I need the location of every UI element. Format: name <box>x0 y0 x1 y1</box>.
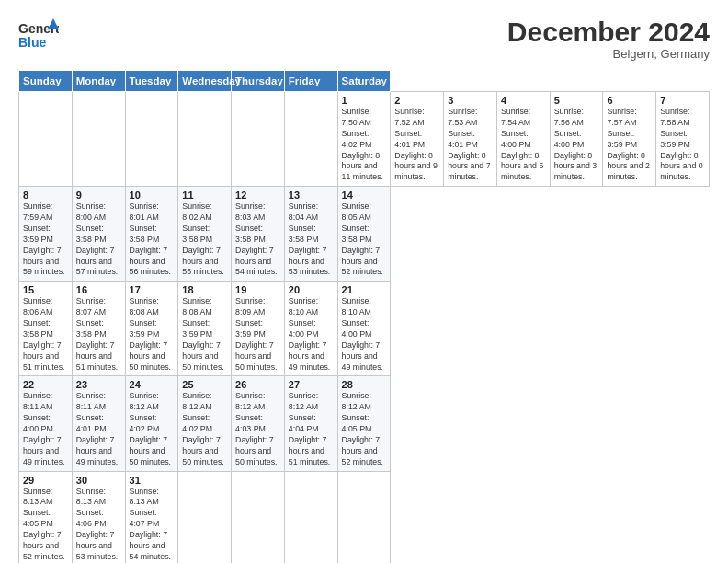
cell-info: Sunrise: 8:09 AMSunset: 3:59 PMDaylight:… <box>235 296 280 373</box>
calendar-cell: 2 Sunrise: 7:52 AMSunset: 4:01 PMDayligh… <box>391 92 444 187</box>
cell-info: Sunrise: 7:56 AMSunset: 4:00 PMDaylight:… <box>554 107 599 183</box>
cell-info: Sunrise: 8:10 AMSunset: 4:00 PMDaylight:… <box>342 296 387 373</box>
calendar-cell: 27 Sunrise: 8:12 AMSunset: 4:04 PMDaylig… <box>284 376 337 471</box>
day-number: 18 <box>182 284 227 295</box>
cell-info: Sunrise: 8:02 AMSunset: 3:58 PMDaylight:… <box>182 201 227 278</box>
cell-info: Sunrise: 8:05 AMSunset: 3:58 PMDaylight:… <box>342 201 387 278</box>
day-number: 13 <box>289 190 334 201</box>
calendar-cell: 23 Sunrise: 8:11 AMSunset: 4:01 PMDaylig… <box>72 376 125 471</box>
cell-info: Sunrise: 8:13 AMSunset: 4:06 PMDaylight:… <box>76 487 121 563</box>
cell-info: Sunrise: 8:12 AMSunset: 4:05 PMDaylight:… <box>342 391 387 467</box>
cell-info: Sunrise: 8:11 AMSunset: 4:01 PMDaylight:… <box>76 391 121 467</box>
header: General Blue December 2024 Belgern, Germ… <box>18 17 710 61</box>
calendar-cell: 25 Sunrise: 8:12 AMSunset: 4:02 PMDaylig… <box>178 376 232 471</box>
day-number: 11 <box>182 190 227 201</box>
calendar-cell <box>19 92 73 187</box>
cell-info: Sunrise: 8:12 AMSunset: 4:03 PMDaylight:… <box>235 391 280 467</box>
day-number: 24 <box>130 379 175 390</box>
calendar-cell <box>178 471 232 563</box>
calendar-cell <box>232 471 285 563</box>
day-number: 14 <box>342 190 387 201</box>
calendar-cell: 18 Sunrise: 8:08 AMSunset: 3:59 PMDaylig… <box>178 282 232 376</box>
day-number: 8 <box>23 190 68 201</box>
calendar-cell: 8 Sunrise: 7:59 AMSunset: 3:59 PMDayligh… <box>19 187 73 282</box>
header-tuesday: Tuesday <box>125 71 178 92</box>
day-number: 30 <box>76 475 121 486</box>
header-friday: Friday <box>284 71 337 92</box>
subtitle: Belgern, Germany <box>507 47 710 61</box>
day-number: 1 <box>342 95 387 106</box>
cell-info: Sunrise: 7:59 AMSunset: 3:59 PMDaylight:… <box>23 201 68 278</box>
calendar-cell: 9 Sunrise: 8:00 AMSunset: 3:58 PMDayligh… <box>72 187 125 282</box>
calendar-cell: 24 Sunrise: 8:12 AMSunset: 4:02 PMDaylig… <box>125 376 178 471</box>
header-thursday: Thursday <box>232 71 285 92</box>
cell-info: Sunrise: 8:11 AMSunset: 4:00 PMDaylight:… <box>23 391 68 467</box>
day-number: 15 <box>23 284 68 295</box>
header-wednesday: Wednesday <box>178 71 232 92</box>
calendar-cell <box>337 471 391 563</box>
day-number: 19 <box>235 284 280 295</box>
day-number: 23 <box>76 379 121 390</box>
day-number: 27 <box>289 379 334 390</box>
calendar-cell: 21 Sunrise: 8:10 AMSunset: 4:00 PMDaylig… <box>337 282 391 376</box>
cell-info: Sunrise: 8:08 AMSunset: 3:59 PMDaylight:… <box>130 296 175 373</box>
logo: General Blue <box>18 17 59 57</box>
cell-info: Sunrise: 8:12 AMSunset: 4:02 PMDaylight:… <box>130 391 175 467</box>
day-number: 5 <box>554 95 599 106</box>
day-number: 6 <box>607 95 652 106</box>
calendar-cell: 12 Sunrise: 8:03 AMSunset: 3:58 PMDaylig… <box>232 187 285 282</box>
day-number: 16 <box>76 284 121 295</box>
calendar-table: Sunday Monday Tuesday Wednesday Thursday… <box>18 70 710 563</box>
cell-info: Sunrise: 7:50 AMSunset: 4:02 PMDaylight:… <box>342 107 387 183</box>
day-number: 4 <box>501 95 546 106</box>
calendar-cell: 31 Sunrise: 8:13 AMSunset: 4:07 PMDaylig… <box>125 471 178 563</box>
calendar-cell: 14 Sunrise: 8:05 AMSunset: 3:58 PMDaylig… <box>337 187 391 282</box>
cell-info: Sunrise: 7:54 AMSunset: 4:00 PMDaylight:… <box>501 107 546 183</box>
day-number: 3 <box>448 95 493 106</box>
title-block: December 2024 Belgern, Germany <box>507 17 710 61</box>
day-number: 21 <box>342 284 387 295</box>
cell-info: Sunrise: 8:13 AMSunset: 4:05 PMDaylight:… <box>23 487 68 563</box>
day-number: 28 <box>342 379 387 390</box>
svg-text:Blue: Blue <box>18 35 47 50</box>
day-number: 17 <box>130 284 175 295</box>
cell-info: Sunrise: 8:10 AMSunset: 4:00 PMDaylight:… <box>289 296 334 373</box>
cell-info: Sunrise: 8:06 AMSunset: 3:58 PMDaylight:… <box>23 296 68 373</box>
header-sunday: Sunday <box>19 71 73 92</box>
cell-info: Sunrise: 8:03 AMSunset: 3:58 PMDaylight:… <box>235 201 280 278</box>
calendar-week-4: 29 Sunrise: 8:13 AMSunset: 4:05 PMDaylig… <box>19 471 710 563</box>
calendar-week-1: 8 Sunrise: 7:59 AMSunset: 3:59 PMDayligh… <box>19 187 710 282</box>
cell-info: Sunrise: 7:57 AMSunset: 3:59 PMDaylight:… <box>607 107 652 183</box>
calendar-cell: 22 Sunrise: 8:11 AMSunset: 4:00 PMDaylig… <box>19 376 73 471</box>
calendar-cell: 28 Sunrise: 8:12 AMSunset: 4:05 PMDaylig… <box>337 376 391 471</box>
calendar-cell: 11 Sunrise: 8:02 AMSunset: 3:58 PMDaylig… <box>178 187 232 282</box>
header-monday: Monday <box>72 71 125 92</box>
calendar-cell: 20 Sunrise: 8:10 AMSunset: 4:00 PMDaylig… <box>284 282 337 376</box>
calendar-cell <box>284 92 337 187</box>
cell-info: Sunrise: 8:07 AMSunset: 3:58 PMDaylight:… <box>76 296 121 373</box>
day-number: 25 <box>182 379 227 390</box>
cell-info: Sunrise: 7:52 AMSunset: 4:01 PMDaylight:… <box>394 107 439 183</box>
month-title: December 2024 <box>507 17 710 47</box>
day-number: 22 <box>23 379 68 390</box>
calendar-cell <box>284 471 337 563</box>
calendar-cell: 4 Sunrise: 7:54 AMSunset: 4:00 PMDayligh… <box>496 92 550 187</box>
calendar-cell: 16 Sunrise: 8:07 AMSunset: 3:58 PMDaylig… <box>72 282 125 376</box>
calendar-cell: 30 Sunrise: 8:13 AMSunset: 4:06 PMDaylig… <box>72 471 125 563</box>
calendar-cell: 26 Sunrise: 8:12 AMSunset: 4:03 PMDaylig… <box>232 376 285 471</box>
cell-info: Sunrise: 8:00 AMSunset: 3:58 PMDaylight:… <box>76 201 121 278</box>
calendar-cell <box>232 92 285 187</box>
calendar-cell: 1 Sunrise: 7:50 AMSunset: 4:02 PMDayligh… <box>337 92 391 187</box>
day-number: 10 <box>130 190 175 201</box>
calendar-cell: 19 Sunrise: 8:09 AMSunset: 3:59 PMDaylig… <box>232 282 285 376</box>
calendar-cell: 29 Sunrise: 8:13 AMSunset: 4:05 PMDaylig… <box>19 471 73 563</box>
day-number: 12 <box>235 190 280 201</box>
day-number: 9 <box>76 190 121 201</box>
calendar-cell <box>178 92 232 187</box>
calendar-week-2: 15 Sunrise: 8:06 AMSunset: 3:58 PMDaylig… <box>19 282 710 376</box>
calendar-cell: 17 Sunrise: 8:08 AMSunset: 3:59 PMDaylig… <box>125 282 178 376</box>
day-number: 31 <box>130 475 175 486</box>
cell-info: Sunrise: 7:53 AMSunset: 4:01 PMDaylight:… <box>448 107 493 183</box>
calendar-cell: 5 Sunrise: 7:56 AMSunset: 4:00 PMDayligh… <box>550 92 603 187</box>
day-number: 26 <box>235 379 280 390</box>
